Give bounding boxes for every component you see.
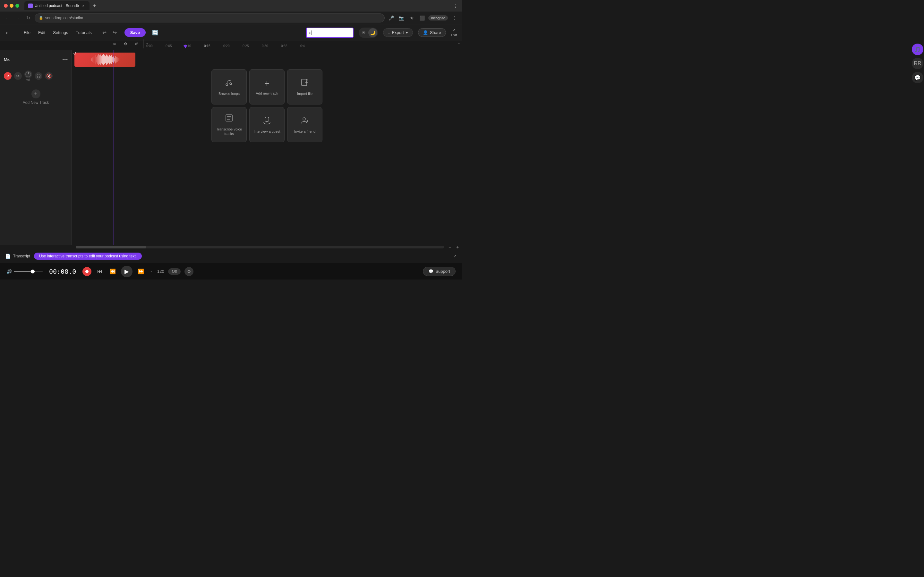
scrollbar-area: − + [0, 245, 462, 249]
volume-thumb[interactable] [31, 269, 35, 274]
invite-friend-card[interactable]: Invite a friend [287, 107, 322, 142]
light-theme-button[interactable]: ☀ [359, 28, 368, 37]
dark-theme-button[interactable]: 🌙 [368, 28, 377, 37]
waveform-bar [97, 55, 98, 64]
main-content: Mic ••• R ≋ vol 🎧 🔇 + Add N [0, 50, 462, 245]
playhead-marker[interactable] [184, 45, 187, 48]
volume-slider[interactable] [14, 271, 43, 272]
bpm-display: 120 [157, 269, 164, 274]
address-bar-row: ← → ↻ 🔒 soundtrap.com/studio/ 🎤 📷 ★ ⬛ In… [0, 11, 462, 24]
waveform-bar [102, 56, 102, 63]
profile-button[interactable]: ⬛ [418, 14, 426, 22]
search-value: s [309, 30, 312, 35]
transcribe-label: Transcribe voice tracks [212, 127, 246, 136]
support-button[interactable]: 💬 Support [423, 267, 456, 276]
sync-button[interactable]: 🔄 [151, 28, 160, 37]
menu-file[interactable]: File [21, 28, 34, 37]
browse-loops-card[interactable]: Browse loops [212, 69, 247, 105]
volume-fill [14, 271, 33, 272]
bottom-bar: 📄 Transcript Use interactive transcripts… [0, 249, 462, 263]
track-controls: R ≋ vol 🎧 🔇 [0, 69, 71, 84]
export-button[interactable]: ↓ Export ▾ [383, 28, 413, 37]
skip-to-start-button[interactable]: ⏮ [95, 267, 104, 276]
maximize-window-button[interactable] [15, 4, 19, 8]
track-more-button[interactable]: ••• [62, 57, 68, 63]
volume-knob-area: vol [24, 71, 32, 81]
tab-favicon [28, 3, 33, 8]
transcribe-voice-card[interactable]: Transcribe voice tracks [212, 107, 247, 142]
waveform-bar [115, 56, 115, 63]
star-button[interactable]: ★ [408, 14, 415, 22]
undo-button[interactable]: ↩ [100, 28, 109, 37]
import-file-card[interactable]: Import file [287, 69, 322, 105]
track-canvas[interactable]: ↺ Browse loops + Add new track [72, 50, 462, 245]
add-new-track-button[interactable]: + Add New Track [0, 84, 71, 110]
save-button[interactable]: Save [124, 28, 145, 37]
redo-button[interactable]: ↪ [110, 28, 120, 37]
record-dot [86, 270, 89, 273]
invite-icon [300, 116, 309, 127]
share-icon: 👤 [423, 30, 428, 35]
waveform-bar [110, 56, 111, 63]
metronome-off-button[interactable]: Off [168, 268, 181, 275]
interview-icon [262, 116, 271, 127]
interview-label: Interview a guest [254, 129, 280, 134]
action-cards-grid: Browse loops + Add new track Import file [212, 69, 322, 142]
no-camera-button[interactable]: 📷 [397, 14, 405, 22]
waveform-bar [119, 58, 120, 61]
waveform-bar [106, 55, 107, 65]
waveform-bar [118, 58, 118, 61]
forward-button[interactable]: → [14, 14, 22, 22]
new-tab-button[interactable]: + [91, 2, 99, 10]
share-button[interactable]: 👤 Share [418, 28, 446, 37]
exit-arrow-icon: ↗ [452, 28, 455, 32]
waveform-clip[interactable] [74, 53, 136, 67]
horizontal-scrollbar[interactable] [76, 246, 444, 248]
close-window-button[interactable] [4, 4, 8, 8]
track-header: Mic ••• [0, 50, 71, 69]
rewind-button[interactable]: ⏪ [108, 267, 117, 276]
scrollbar-thumb[interactable] [76, 246, 146, 248]
timeline-refresh-icon[interactable]: ↺ [132, 39, 141, 48]
import-file-label: Import file [297, 91, 312, 96]
interview-guest-card[interactable]: Interview a guest [249, 107, 284, 142]
track-humanize-button[interactable]: ≋ [14, 72, 22, 80]
active-tab[interactable]: Untitled podcast - Soundtr × [24, 1, 89, 10]
waveform-bar [105, 56, 106, 63]
refresh-button[interactable]: ↻ [24, 14, 32, 22]
expand-transcript-button[interactable]: ↗ [453, 253, 457, 259]
transcript-banner-button[interactable]: Use interactive transcripts to edit your… [34, 253, 142, 259]
browser-actions: 🎤 📷 ★ ⬛ Incognito ⋮ [387, 14, 458, 22]
waveform-bar [104, 55, 105, 64]
export-icon: ↓ [388, 30, 390, 35]
timeline-waveform-icon[interactable]: ≋ [110, 39, 119, 48]
app-back-button[interactable]: ⟵ [5, 27, 15, 38]
microphone-button[interactable]: 🎤 [387, 14, 395, 22]
record-button[interactable] [82, 267, 91, 276]
mute-button[interactable]: 🔇 [45, 72, 53, 80]
track-name: Mic [4, 57, 10, 62]
menu-settings[interactable]: Settings [50, 28, 71, 37]
menu-edit[interactable]: Edit [35, 28, 48, 37]
menu-tutorials[interactable]: Tutorials [73, 28, 95, 37]
add-new-track-card[interactable]: + Add new track [249, 69, 284, 105]
volume-knob[interactable] [24, 71, 32, 78]
fast-forward-button[interactable]: ⏩ [136, 267, 145, 276]
browser-menu-button[interactable]: ⋮ [451, 14, 458, 22]
timeline-settings-icon[interactable]: ⚙ [121, 39, 130, 48]
exit-label: Exit [451, 33, 457, 37]
tab-close-button[interactable]: × [81, 3, 86, 8]
minimize-window-button[interactable] [10, 4, 13, 8]
headphone-button[interactable]: 🎧 [35, 72, 42, 80]
address-input[interactable]: 🔒 soundtrap.com/studio/ [35, 13, 384, 23]
search-input[interactable]: s [306, 27, 354, 38]
back-button[interactable]: ← [4, 14, 11, 22]
add-track-card-icon: + [264, 78, 270, 89]
transport-settings-button[interactable]: ⚙ [184, 267, 194, 276]
play-button[interactable]: ▶ [121, 266, 132, 277]
record-arm-button[interactable]: R [4, 72, 11, 80]
tab-bar: Untitled podcast - Soundtr × + [24, 1, 451, 10]
browser-more-button[interactable]: ⋮ [453, 3, 458, 9]
exit-button[interactable]: ↗ Exit [451, 28, 457, 37]
lock-icon: 🔒 [39, 16, 43, 20]
